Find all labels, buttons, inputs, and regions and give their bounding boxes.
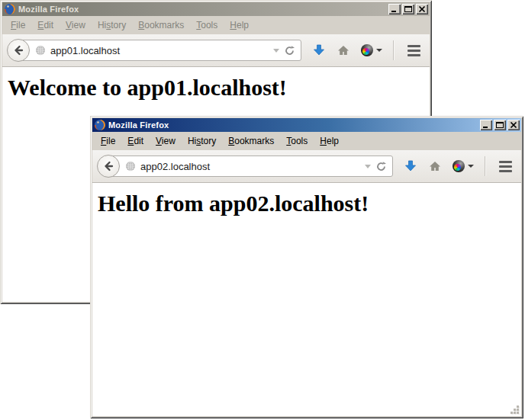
back-arrow-icon	[102, 160, 114, 172]
urlbar-dropdown-icon[interactable]	[273, 49, 279, 53]
desktop: Mozilla Firefox FileEditViewHistoryBookm…	[0, 0, 525, 420]
menu-item-bookmarks[interactable]: Bookmarks	[133, 18, 189, 33]
navigation-toolbar	[2, 34, 430, 67]
titlebar[interactable]: Mozilla Firefox	[2, 2, 430, 16]
menu-item-view[interactable]: View	[150, 133, 181, 149]
firefox-window-app02: Mozilla Firefox FileEditViewHistoryBookm…	[90, 116, 523, 418]
menu-item-view[interactable]: View	[60, 18, 91, 33]
window-controls	[388, 4, 428, 14]
home-icon	[428, 159, 442, 173]
close-button[interactable]	[416, 4, 428, 14]
home-button[interactable]	[337, 43, 350, 57]
minimize-icon	[390, 5, 399, 13]
back-arrow-icon	[12, 44, 24, 56]
window-title: Mozilla Firefox	[18, 5, 386, 14]
menu-item-edit[interactable]: Edit	[122, 133, 149, 149]
home-button[interactable]	[428, 159, 442, 173]
maximize-icon	[404, 5, 413, 13]
firefox-logo-icon	[94, 119, 106, 131]
url-input[interactable]	[140, 161, 360, 172]
menu-bar: FileEditViewHistoryBookmarksToolsHelp	[2, 16, 430, 34]
color-wheel-icon	[361, 44, 373, 56]
download-arrow-icon	[404, 159, 417, 173]
hamburger-menu-button[interactable]	[498, 158, 514, 175]
close-button[interactable]	[507, 120, 520, 130]
color-wheel-button[interactable]	[361, 44, 382, 56]
globe-site-icon[interactable]	[35, 45, 46, 56]
menu-item-file[interactable]: File	[95, 133, 121, 149]
menu-bar: FileEditViewHistoryBookmarksToolsHelp	[92, 132, 521, 150]
hamburger-menu-button[interactable]	[406, 42, 422, 59]
home-icon	[337, 43, 350, 57]
reload-icon[interactable]	[375, 161, 387, 172]
page-heading: Hello from app02.localhost!	[98, 191, 521, 216]
color-wheel-icon	[453, 160, 465, 172]
maximize-button[interactable]	[402, 4, 414, 14]
page-heading: Welcome to app01.localhost!	[8, 75, 430, 101]
menu-item-help[interactable]: Help	[314, 133, 344, 149]
color-wheel-button[interactable]	[453, 160, 474, 172]
download-arrow-icon	[312, 43, 326, 57]
close-icon	[509, 121, 518, 129]
dropdown-caret-icon	[376, 49, 382, 52]
dropdown-caret-icon	[468, 165, 474, 168]
menu-item-history[interactable]: History	[92, 18, 131, 33]
url-bar[interactable]	[18, 40, 301, 61]
navigation-toolbar	[92, 150, 521, 183]
globe-site-icon[interactable]	[125, 161, 136, 172]
menu-item-history[interactable]: History	[182, 133, 221, 149]
menu-item-tools[interactable]: Tools	[191, 18, 223, 33]
download-button[interactable]	[404, 159, 417, 173]
back-button[interactable]	[7, 39, 30, 62]
menu-item-bookmarks[interactable]: Bookmarks	[223, 133, 279, 149]
titlebar[interactable]: Mozilla Firefox	[92, 118, 521, 132]
window-title: Mozilla Firefox	[108, 120, 478, 130]
maximize-icon	[495, 121, 504, 129]
menu-item-edit[interactable]: Edit	[32, 18, 59, 33]
minimize-icon	[482, 121, 491, 129]
url-input[interactable]	[50, 45, 269, 56]
resize-grip[interactable]	[510, 405, 520, 415]
close-icon	[417, 5, 427, 13]
menu-item-tools[interactable]: Tools	[281, 133, 313, 149]
minimize-button[interactable]	[480, 120, 492, 130]
menu-item-file[interactable]: File	[5, 18, 31, 33]
reload-icon[interactable]	[284, 45, 295, 56]
firefox-logo-icon	[4, 3, 16, 15]
toolbar-separator	[485, 156, 485, 176]
maximize-button[interactable]	[494, 120, 506, 130]
minimize-button[interactable]	[388, 4, 401, 14]
page-content: Hello from app02.localhost!	[92, 183, 521, 416]
back-button[interactable]	[97, 155, 120, 178]
menu-item-help[interactable]: Help	[224, 18, 254, 33]
toolbar-separator	[393, 40, 394, 60]
window-controls	[480, 120, 520, 130]
url-bar[interactable]	[108, 155, 393, 177]
download-button[interactable]	[312, 43, 326, 57]
urlbar-dropdown-icon[interactable]	[365, 165, 371, 168]
